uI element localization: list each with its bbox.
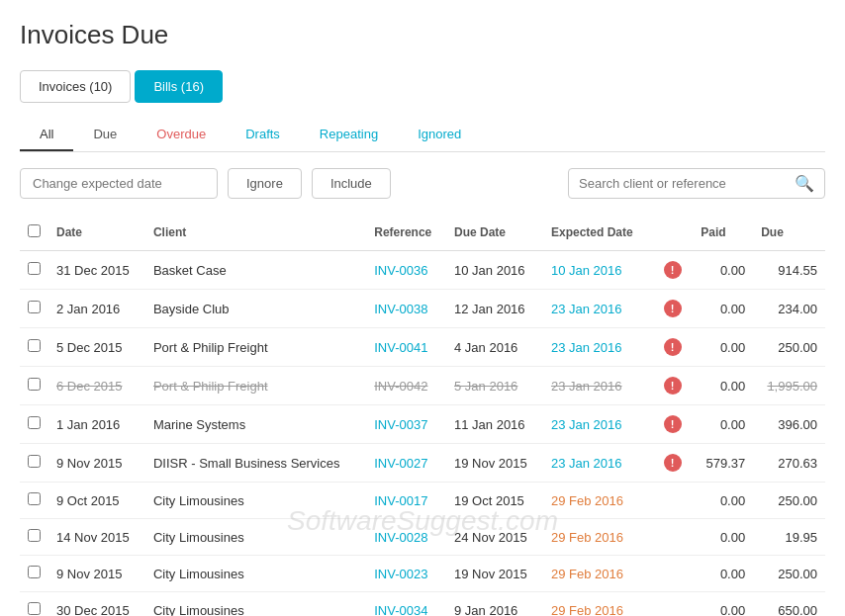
row-checkbox-0[interactable]	[28, 262, 41, 275]
row-due-date: 4 Jan 2016	[446, 328, 543, 367]
col-expected-date: Expected Date	[543, 215, 650, 251]
col-reference: Reference	[366, 215, 446, 251]
row-checkbox-4[interactable]	[28, 416, 41, 429]
row-expected-date: 23 Jan 2016	[543, 367, 650, 405]
row-expected-date: 23 Jan 2016	[543, 290, 650, 328]
row-date: 14 Nov 2015	[48, 519, 145, 556]
row-due-date: 5 Jan 2016	[446, 367, 543, 405]
row-overdue-icon: !	[650, 290, 694, 328]
row-overdue-icon: !	[650, 251, 694, 290]
row-reference[interactable]: INV-0017	[366, 483, 446, 519]
row-paid: 0.00	[693, 251, 753, 290]
filter-tab-overdue[interactable]: Overdue	[137, 119, 226, 151]
row-due-date: 19 Oct 2015	[446, 483, 543, 519]
row-paid: 0.00	[693, 367, 753, 405]
row-due-amount: 270.63	[753, 444, 825, 483]
table-row: 5 Dec 2015Port & Philip FreightINV-00414…	[20, 328, 825, 367]
row-date: 2 Jan 2016	[48, 290, 145, 328]
select-all-checkbox[interactable]	[28, 224, 41, 237]
row-expected-date: 29 Feb 2016	[543, 592, 650, 617]
row-due-amount: 396.00	[753, 405, 825, 444]
search-icon[interactable]: 🔍	[795, 174, 814, 193]
row-checkbox-9[interactable]	[28, 602, 41, 615]
overdue-indicator-icon: !	[664, 454, 682, 472]
table-row: 1 Jan 2016Marine SystemsINV-003711 Jan 2…	[20, 405, 825, 444]
row-paid: 0.00	[693, 405, 753, 444]
overdue-indicator-icon: !	[664, 377, 682, 395]
row-overdue-icon	[650, 556, 694, 592]
row-due-date: 19 Nov 2015	[446, 444, 543, 483]
col-due-date: Due Date	[446, 215, 543, 251]
row-due-date: 12 Jan 2016	[446, 290, 543, 328]
row-paid: 0.00	[693, 556, 753, 592]
table-row: 14 Nov 2015City LimousinesINV-002824 Nov…	[20, 519, 825, 556]
ignore-button[interactable]: Ignore	[228, 168, 302, 199]
row-overdue-icon	[650, 519, 694, 556]
row-expected-date: 23 Jan 2016	[543, 405, 650, 444]
row-date: 9 Nov 2015	[48, 556, 145, 592]
table-header: Date Client Reference Due Date Expected …	[20, 215, 825, 251]
overdue-indicator-icon: !	[664, 338, 682, 356]
top-tab-0[interactable]: Invoices (10)	[20, 70, 131, 103]
row-date: 5 Dec 2015	[48, 328, 145, 367]
filter-tab-drafts[interactable]: Drafts	[226, 119, 300, 151]
table-row: 9 Nov 2015DIISR - Small Business Service…	[20, 444, 825, 483]
row-due-amount: 1,995.00	[753, 367, 825, 405]
row-checkbox-2[interactable]	[28, 339, 41, 352]
row-client: Bayside Club	[145, 290, 366, 328]
row-client: City Limousines	[145, 592, 366, 617]
col-paid: Paid	[693, 215, 753, 251]
top-tab-1[interactable]: Bills (16)	[135, 70, 223, 103]
col-indicator	[650, 215, 694, 251]
row-reference[interactable]: INV-0028	[366, 519, 446, 556]
overdue-indicator-icon: !	[664, 300, 682, 317]
row-reference[interactable]: INV-0038	[366, 290, 446, 328]
row-reference[interactable]: INV-0027	[366, 444, 446, 483]
row-checkbox-3[interactable]	[28, 378, 41, 391]
row-date: 1 Jan 2016	[48, 405, 145, 444]
row-overdue-icon	[650, 592, 694, 617]
overdue-indicator-icon: !	[664, 261, 682, 279]
table-row: 2 Jan 2016Bayside ClubINV-003812 Jan 201…	[20, 290, 825, 328]
row-expected-date: 23 Jan 2016	[543, 328, 650, 367]
row-reference[interactable]: INV-0034	[366, 592, 446, 617]
row-reference[interactable]: INV-0041	[366, 328, 446, 367]
row-client: Port & Philip Freight	[145, 367, 366, 405]
row-client: Marine Systems	[145, 405, 366, 444]
row-paid: 0.00	[693, 483, 753, 519]
row-checkbox-8[interactable]	[28, 566, 41, 578]
row-expected-date: 10 Jan 2016	[543, 251, 650, 290]
row-reference[interactable]: INV-0023	[366, 556, 446, 592]
table-row: 6 Dec 2015Port & Philip FreightINV-00425…	[20, 367, 825, 405]
row-date: 31 Dec 2015	[48, 251, 145, 290]
change-expected-date-input[interactable]	[20, 168, 218, 199]
row-date: 9 Oct 2015	[48, 483, 145, 519]
row-checkbox-5[interactable]	[28, 455, 41, 468]
row-due-amount: 234.00	[753, 290, 825, 328]
row-date: 6 Dec 2015	[48, 367, 145, 405]
row-due-amount: 650.00	[753, 592, 825, 617]
row-due-date: 10 Jan 2016	[446, 251, 543, 290]
filter-tab-repeating[interactable]: Repeating	[300, 119, 398, 151]
col-client: Client	[145, 215, 366, 251]
row-reference[interactable]: INV-0037	[366, 405, 446, 444]
row-due-date: 19 Nov 2015	[446, 556, 543, 592]
page-title: Invoices Due	[20, 20, 825, 50]
filter-tab-due[interactable]: Due	[73, 119, 137, 151]
row-date: 9 Nov 2015	[48, 444, 145, 483]
row-checkbox-7[interactable]	[28, 529, 41, 542]
table-row: 9 Oct 2015City LimousinesINV-001719 Oct …	[20, 483, 825, 519]
row-reference[interactable]: INV-0042	[366, 367, 446, 405]
table-row: 9 Nov 2015City LimousinesINV-002319 Nov …	[20, 556, 825, 592]
row-checkbox-6[interactable]	[28, 492, 41, 505]
row-overdue-icon: !	[650, 367, 694, 405]
row-reference[interactable]: INV-0036	[366, 251, 446, 290]
filter-tab-all[interactable]: All	[20, 119, 73, 151]
row-client: DIISR - Small Business Services	[145, 444, 366, 483]
row-due-amount: 250.00	[753, 483, 825, 519]
search-input[interactable]	[579, 176, 795, 191]
row-overdue-icon	[650, 483, 694, 519]
include-button[interactable]: Include	[312, 168, 391, 199]
filter-tab-ignored[interactable]: Ignored	[398, 119, 481, 151]
row-checkbox-1[interactable]	[28, 301, 41, 313]
